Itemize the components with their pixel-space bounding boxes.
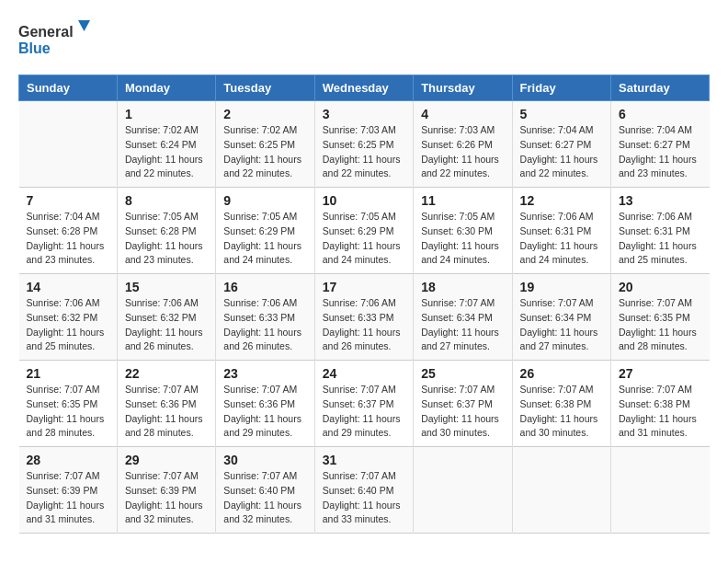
day-info: Sunrise: 7:07 AMSunset: 6:38 PMDaylight:… [619, 383, 701, 441]
calendar-week-row: 7Sunrise: 7:04 AMSunset: 6:28 PMDaylight… [19, 188, 710, 274]
weekday-header: Friday [512, 75, 610, 101]
calendar-cell: 22Sunrise: 7:07 AMSunset: 6:36 PMDayligh… [117, 361, 215, 447]
day-info: Sunrise: 7:07 AMSunset: 6:36 PMDaylight:… [223, 383, 306, 441]
day-number: 18 [421, 280, 504, 294]
calendar-cell [611, 447, 710, 534]
day-number: 6 [619, 107, 701, 121]
day-info: Sunrise: 7:07 AMSunset: 6:36 PMDaylight:… [125, 383, 208, 441]
day-number: 23 [223, 366, 306, 381]
calendar-week-row: 21Sunrise: 7:07 AMSunset: 6:35 PMDayligh… [19, 361, 710, 447]
calendar-cell: 26Sunrise: 7:07 AMSunset: 6:38 PMDayligh… [512, 361, 610, 447]
weekday-header: Sunday [19, 75, 118, 101]
day-number: 4 [421, 107, 504, 121]
day-number: 12 [520, 193, 603, 208]
calendar-cell: 17Sunrise: 7:06 AMSunset: 6:33 PMDayligh… [314, 274, 413, 361]
day-info: Sunrise: 7:04 AMSunset: 6:28 PMDaylight:… [27, 210, 109, 268]
day-number: 11 [421, 193, 504, 208]
calendar-cell: 15Sunrise: 7:06 AMSunset: 6:32 PMDayligh… [117, 274, 215, 361]
calendar-cell: 29Sunrise: 7:07 AMSunset: 6:39 PMDayligh… [117, 447, 215, 534]
calendar-cell [414, 447, 512, 534]
svg-text:General: General [18, 24, 74, 40]
calendar-week-row: 14Sunrise: 7:06 AMSunset: 6:32 PMDayligh… [19, 274, 710, 361]
day-number: 16 [223, 280, 306, 294]
calendar-cell: 10Sunrise: 7:05 AMSunset: 6:29 PMDayligh… [314, 188, 413, 274]
day-info: Sunrise: 7:06 AMSunset: 6:31 PMDaylight:… [520, 210, 603, 268]
day-info: Sunrise: 7:04 AMSunset: 6:27 PMDaylight:… [520, 123, 603, 181]
day-info: Sunrise: 7:07 AMSunset: 6:37 PMDaylight:… [323, 383, 405, 441]
calendar-cell: 19Sunrise: 7:07 AMSunset: 6:34 PMDayligh… [512, 274, 610, 361]
calendar-cell: 9Sunrise: 7:05 AMSunset: 6:29 PMDaylight… [216, 188, 314, 274]
calendar-cell: 7Sunrise: 7:04 AMSunset: 6:28 PMDaylight… [19, 188, 118, 274]
weekday-header: Saturday [611, 75, 710, 101]
calendar-cell [19, 101, 118, 188]
day-number: 29 [125, 453, 208, 467]
day-number: 15 [125, 280, 208, 294]
day-number: 19 [520, 280, 603, 294]
calendar-cell: 5Sunrise: 7:04 AMSunset: 6:27 PMDaylight… [512, 101, 610, 188]
day-number: 25 [421, 366, 504, 381]
day-number: 2 [223, 107, 306, 121]
page-header: GeneralBlue [18, 18, 710, 60]
day-info: Sunrise: 7:07 AMSunset: 6:39 PMDaylight:… [125, 469, 208, 527]
day-info: Sunrise: 7:07 AMSunset: 6:34 PMDaylight:… [421, 296, 504, 354]
calendar-week-row: 28Sunrise: 7:07 AMSunset: 6:39 PMDayligh… [19, 447, 710, 534]
calendar-cell: 2Sunrise: 7:02 AMSunset: 6:25 PMDaylight… [216, 101, 314, 188]
calendar-cell [512, 447, 610, 534]
calendar-cell: 23Sunrise: 7:07 AMSunset: 6:36 PMDayligh… [216, 361, 314, 447]
day-number: 10 [323, 193, 405, 208]
day-info: Sunrise: 7:07 AMSunset: 6:37 PMDaylight:… [421, 383, 504, 441]
day-info: Sunrise: 7:05 AMSunset: 6:28 PMDaylight:… [125, 210, 208, 268]
day-info: Sunrise: 7:07 AMSunset: 6:34 PMDaylight:… [520, 296, 603, 354]
day-info: Sunrise: 7:06 AMSunset: 6:32 PMDaylight:… [27, 296, 109, 354]
logo-icon: GeneralBlue [18, 18, 92, 60]
day-info: Sunrise: 7:06 AMSunset: 6:33 PMDaylight:… [323, 296, 405, 354]
day-info: Sunrise: 7:03 AMSunset: 6:26 PMDaylight:… [421, 123, 504, 181]
calendar-cell: 1Sunrise: 7:02 AMSunset: 6:24 PMDaylight… [117, 101, 215, 188]
day-number: 14 [27, 280, 109, 294]
calendar-cell: 18Sunrise: 7:07 AMSunset: 6:34 PMDayligh… [414, 274, 512, 361]
day-info: Sunrise: 7:07 AMSunset: 6:40 PMDaylight:… [323, 469, 405, 527]
svg-marker-2 [78, 20, 90, 31]
day-info: Sunrise: 7:05 AMSunset: 6:30 PMDaylight:… [421, 210, 504, 268]
day-number: 3 [323, 107, 405, 121]
day-number: 13 [619, 193, 701, 208]
calendar-cell: 13Sunrise: 7:06 AMSunset: 6:31 PMDayligh… [611, 188, 710, 274]
day-number: 1 [125, 107, 208, 121]
calendar-cell: 6Sunrise: 7:04 AMSunset: 6:27 PMDaylight… [611, 101, 710, 188]
day-number: 9 [223, 193, 306, 208]
weekday-header: Wednesday [314, 75, 413, 101]
calendar-cell: 11Sunrise: 7:05 AMSunset: 6:30 PMDayligh… [414, 188, 512, 274]
day-info: Sunrise: 7:02 AMSunset: 6:24 PMDaylight:… [125, 123, 208, 181]
calendar-cell: 31Sunrise: 7:07 AMSunset: 6:40 PMDayligh… [314, 447, 413, 534]
day-number: 27 [619, 366, 701, 381]
day-number: 31 [323, 453, 405, 467]
day-info: Sunrise: 7:04 AMSunset: 6:27 PMDaylight:… [619, 123, 701, 181]
calendar-header: SundayMondayTuesdayWednesdayThursdayFrid… [19, 75, 710, 101]
weekday-header: Tuesday [216, 75, 314, 101]
day-number: 8 [125, 193, 208, 208]
day-info: Sunrise: 7:02 AMSunset: 6:25 PMDaylight:… [223, 123, 306, 181]
day-info: Sunrise: 7:07 AMSunset: 6:35 PMDaylight:… [619, 296, 701, 354]
calendar-cell: 28Sunrise: 7:07 AMSunset: 6:39 PMDayligh… [19, 447, 118, 534]
day-info: Sunrise: 7:06 AMSunset: 6:32 PMDaylight:… [125, 296, 208, 354]
day-number: 22 [125, 366, 208, 381]
day-info: Sunrise: 7:07 AMSunset: 6:40 PMDaylight:… [223, 469, 306, 527]
day-number: 26 [520, 366, 603, 381]
day-number: 24 [323, 366, 405, 381]
calendar-table: SundayMondayTuesdayWednesdayThursdayFrid… [18, 75, 710, 534]
calendar-cell: 30Sunrise: 7:07 AMSunset: 6:40 PMDayligh… [216, 447, 314, 534]
calendar-week-row: 1Sunrise: 7:02 AMSunset: 6:24 PMDaylight… [19, 101, 710, 188]
calendar-cell: 20Sunrise: 7:07 AMSunset: 6:35 PMDayligh… [611, 274, 710, 361]
calendar-cell: 16Sunrise: 7:06 AMSunset: 6:33 PMDayligh… [216, 274, 314, 361]
calendar-cell: 21Sunrise: 7:07 AMSunset: 6:35 PMDayligh… [19, 361, 118, 447]
day-info: Sunrise: 7:05 AMSunset: 6:29 PMDaylight:… [323, 210, 405, 268]
day-number: 7 [27, 193, 109, 208]
calendar-cell: 4Sunrise: 7:03 AMSunset: 6:26 PMDaylight… [414, 101, 512, 188]
calendar-cell: 24Sunrise: 7:07 AMSunset: 6:37 PMDayligh… [314, 361, 413, 447]
day-number: 28 [27, 453, 109, 467]
svg-text:Blue: Blue [18, 40, 51, 56]
day-number: 30 [223, 453, 306, 467]
day-number: 17 [323, 280, 405, 294]
calendar-cell: 14Sunrise: 7:06 AMSunset: 6:32 PMDayligh… [19, 274, 118, 361]
day-info: Sunrise: 7:07 AMSunset: 6:35 PMDaylight:… [27, 383, 109, 441]
